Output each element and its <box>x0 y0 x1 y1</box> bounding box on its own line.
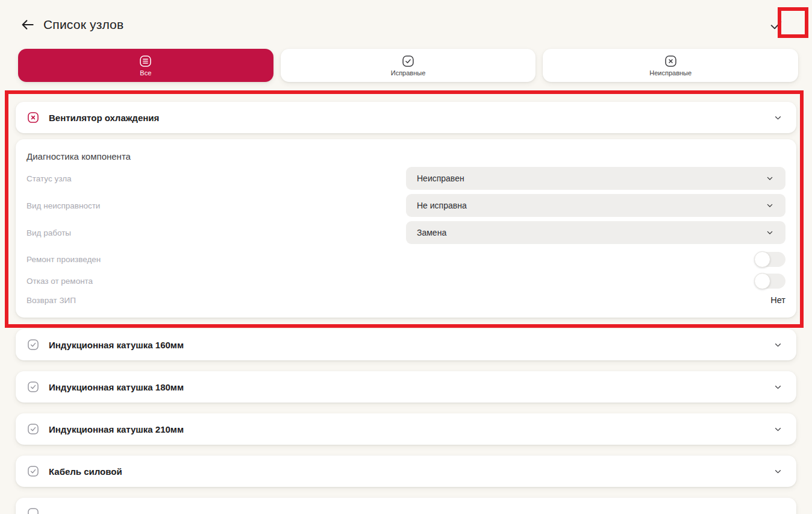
accordion-title: Кабель силовой <box>49 466 764 477</box>
accordion-title: Индукционная катушка 180мм <box>49 382 764 392</box>
check-square-icon <box>27 422 40 436</box>
accordion-header-coil-160[interactable]: Индукционная катушка 160мм <box>16 329 796 360</box>
chevron-down-icon <box>773 340 783 350</box>
chevron-down-icon <box>765 201 775 210</box>
select-value: Неисправен <box>417 174 765 183</box>
list-square-icon <box>139 54 152 68</box>
field-label: Вид неисправности <box>27 201 406 210</box>
field-row-repair-done: Ремонт произведен <box>27 251 785 268</box>
field-row-fault-type: Вид неисправности Не исправна <box>27 194 785 217</box>
check-square-icon <box>401 54 415 68</box>
fault-type-select[interactable]: Не исправна <box>406 194 785 217</box>
chevron-down-icon <box>773 113 783 123</box>
x-square-icon <box>27 111 40 124</box>
diagnostics-panel: Диагностика компонента Статус узла Неисп… <box>16 139 796 318</box>
accordion-title: Индукционная катушка 210мм <box>49 424 764 434</box>
field-label: Ремонт произведен <box>27 255 755 264</box>
field-label: Статус узла <box>27 174 406 183</box>
check-icon <box>768 17 784 33</box>
diagnostics-section-title: Диагностика компонента <box>27 151 785 161</box>
tab-all[interactable]: Все <box>18 49 273 82</box>
tab-faulty-label: Неисправные <box>649 69 692 77</box>
select-value: Не исправна <box>417 201 765 210</box>
accordion-header-partial[interactable] <box>16 498 796 514</box>
confirm-button[interactable] <box>764 13 788 37</box>
select-value: Замена <box>417 228 765 237</box>
tab-working-label: Исправные <box>391 69 426 77</box>
field-row-status: Статус узла Неисправен <box>27 167 785 190</box>
accordion-header-coil-210[interactable]: Индукционная катушка 210мм <box>16 413 796 445</box>
status-select[interactable]: Неисправен <box>406 167 785 190</box>
page-header: Список узлов <box>0 0 812 37</box>
toggle-knob <box>754 251 770 268</box>
check-square-icon <box>27 380 40 393</box>
header-left: Список узлов <box>19 16 123 33</box>
component-list: Вентилятор охлаждения Диагностика компон… <box>16 102 796 514</box>
x-square-icon <box>664 54 678 68</box>
chevron-down-icon <box>765 174 775 183</box>
zip-return-value: Нет <box>770 295 785 305</box>
back-button[interactable] <box>19 16 36 33</box>
filter-tabs: Все Исправные Неисправные <box>18 49 798 82</box>
work-type-select[interactable]: Замена <box>406 221 785 244</box>
field-label: Возврат ЗИП <box>27 296 770 305</box>
toggle-knob <box>754 273 770 289</box>
check-square-icon <box>27 465 40 478</box>
field-label: Вид работы <box>27 228 406 237</box>
arrow-left-icon <box>20 17 36 33</box>
page-title: Список узлов <box>43 17 123 32</box>
repair-done-toggle[interactable] <box>755 252 785 267</box>
accordion-header-fan[interactable]: Вентилятор охлаждения <box>16 102 796 133</box>
chevron-down-icon <box>773 424 783 434</box>
field-row-zip-return: Возврат ЗИП Нет <box>27 293 785 307</box>
square-icon <box>27 507 40 514</box>
accordion-header-coil-180[interactable]: Индукционная катушка 180мм <box>16 371 796 403</box>
chevron-down-icon <box>773 466 783 477</box>
tab-faulty[interactable]: Неисправные <box>543 49 798 82</box>
field-row-repair-refused: Отказ от ремонта <box>27 272 785 289</box>
tab-working[interactable]: Исправные <box>281 49 536 82</box>
accordion-title: Вентилятор охлаждения <box>49 113 764 123</box>
field-row-work-type: Вид работы Замена <box>27 221 785 244</box>
tab-all-label: Все <box>140 69 151 77</box>
accordion-header-power-cable[interactable]: Кабель силовой <box>16 456 796 487</box>
repair-refused-toggle[interactable] <box>755 274 785 289</box>
field-label: Отказ от ремонта <box>27 277 755 286</box>
accordion-title: Индукционная катушка 160мм <box>49 340 764 350</box>
chevron-down-icon <box>773 382 783 392</box>
check-square-icon <box>27 338 40 351</box>
chevron-down-icon <box>765 228 775 237</box>
